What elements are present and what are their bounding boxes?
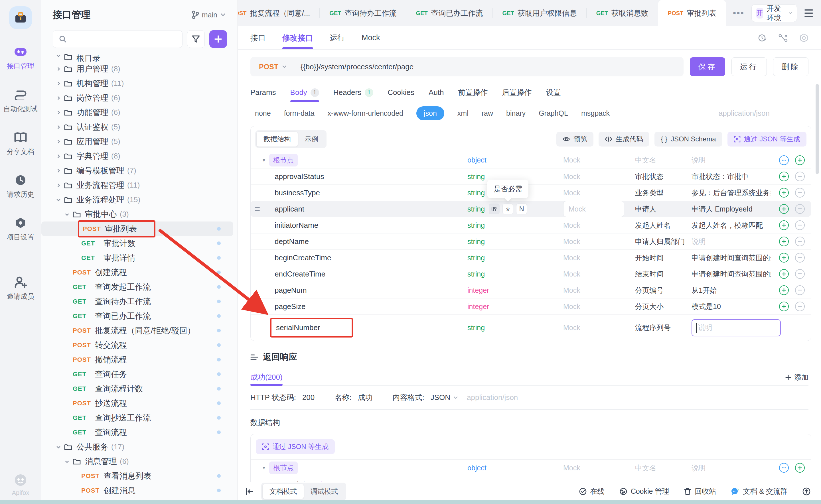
http-status-value[interactable]: 200 xyxy=(302,393,314,402)
field-type[interactable]: object xyxy=(468,156,487,164)
open-tab[interactable]: GET 查询待办工作流 xyxy=(320,0,406,26)
page-tab[interactable]: 接口 xyxy=(250,26,266,49)
field-cn-name[interactable]: 业务类型 xyxy=(635,189,664,197)
request-tab[interactable]: Cookies xyxy=(387,83,415,102)
mock-placeholder[interactable]: Mock xyxy=(563,270,580,278)
tree-row[interactable]: 认证鉴权 (5) xyxy=(41,120,233,134)
field-type[interactable]: string xyxy=(468,237,485,246)
url-input[interactable]: {{bo}}/system/process/center/page xyxy=(300,62,414,71)
cookie-manager-button[interactable]: Cookie 管理 xyxy=(619,487,669,496)
history-icon[interactable] xyxy=(758,33,767,42)
section-collapse-icon[interactable] xyxy=(250,354,258,361)
response-tab-success[interactable]: 成功(200) xyxy=(250,369,282,385)
environment-selector[interactable]: 开 开发环境 xyxy=(751,4,797,22)
field-type[interactable]: object xyxy=(468,464,487,472)
mock-input[interactable]: Mock xyxy=(563,201,624,217)
drag-handle[interactable] xyxy=(255,207,260,211)
field-description[interactable]: 参见：后台管理系统业务类 xyxy=(692,188,771,198)
mock-placeholder[interactable]: Mock xyxy=(563,156,635,164)
root-node-pill[interactable]: 根节点 xyxy=(269,462,298,474)
schema-field-row[interactable]: pageNum integer Mock 分页编号 从1开始 xyxy=(251,282,811,298)
add-field-icon[interactable] xyxy=(779,269,789,279)
mock-placeholder[interactable]: Mock xyxy=(563,302,580,310)
method-select[interactable]: POST xyxy=(259,63,278,71)
more-actions-icon[interactable] xyxy=(779,155,789,165)
online-status[interactable]: 在线 xyxy=(579,487,605,496)
request-tab[interactable]: 设置 xyxy=(546,83,561,102)
open-tab[interactable]: POST 批复流程（同意/... xyxy=(238,0,320,26)
more-tabs-button[interactable]: ••• xyxy=(726,0,751,26)
rail-item-invite[interactable]: 邀请成员 xyxy=(7,276,34,301)
field-name[interactable]: endCreateTime xyxy=(275,270,325,278)
tree-row[interactable]: POST 审批列表 xyxy=(41,221,233,236)
project-logo[interactable] xyxy=(9,6,32,29)
add-field-icon[interactable] xyxy=(795,155,805,165)
generate-from-json-button[interactable]: 通过 JSON 等生成 xyxy=(728,132,806,147)
menu-button[interactable] xyxy=(803,8,815,19)
description-input[interactable]: 说明 xyxy=(692,319,781,336)
collapse-sidebar-icon[interactable] xyxy=(245,487,254,495)
response-root-row[interactable]: ▾ 根节点 object Mock 中文名 说明 xyxy=(251,460,811,476)
request-tab[interactable]: 前置操作 xyxy=(458,83,488,102)
field-description[interactable]: 说明 xyxy=(692,237,706,246)
generate-code-button[interactable]: 生成代码 xyxy=(599,132,649,147)
add-field-icon[interactable] xyxy=(779,172,789,181)
field-description[interactable]: 申请创建时间查询范围的开 xyxy=(692,253,771,263)
json-schema-button[interactable]: { } JSON Schema xyxy=(655,132,722,147)
schema-field-row[interactable]: pageSize integer Mock 分页大小 模式是10 xyxy=(251,298,811,314)
tree-row[interactable]: 机构管理 (11) xyxy=(41,76,233,91)
rail-item-api-manage[interactable]: 接口管理 xyxy=(7,46,34,71)
field-cn-name[interactable]: 结束时间 xyxy=(635,270,664,278)
body-type-option[interactable]: form-data xyxy=(284,109,314,117)
schema-field-row[interactable]: approvalStatus string Mock 审批状态 审批状态：审批中 xyxy=(251,168,811,184)
field-cn-name[interactable]: 发起人姓名 xyxy=(635,221,671,229)
add-field-icon[interactable] xyxy=(795,463,805,473)
tree-root-folder[interactable]: 根目录 xyxy=(41,53,233,62)
desc-placeholder[interactable]: 说明 xyxy=(692,463,771,473)
page-tab[interactable]: Mock xyxy=(361,26,380,49)
mock-placeholder[interactable]: Mock xyxy=(563,254,580,262)
field-cn-name[interactable]: 流程序列号 xyxy=(635,324,671,332)
tab-example[interactable]: 示例 xyxy=(298,132,325,147)
recycle-bin-button[interactable]: 回收站 xyxy=(684,487,716,496)
tree-row[interactable]: 字典管理 (8) xyxy=(41,149,233,163)
save-button[interactable]: 保存 xyxy=(690,57,725,76)
cn-placeholder[interactable]: 中文名 xyxy=(635,463,692,473)
url-bar[interactable]: POST {{bo}}/system/process/center/page xyxy=(250,57,684,76)
cn-placeholder[interactable]: 中文名 xyxy=(635,155,692,165)
open-tab[interactable]: GET 获取用户权限信息 xyxy=(493,0,587,26)
content-format-select[interactable]: JSON xyxy=(431,393,458,402)
remove-field-icon[interactable] xyxy=(795,237,805,246)
open-tab[interactable]: GET 查询已办工作流 xyxy=(406,0,493,26)
field-description[interactable]: 从1开始 xyxy=(692,286,717,295)
collapse-triangle-icon[interactable]: ▾ xyxy=(263,157,265,163)
remove-field-icon[interactable] xyxy=(795,253,805,263)
tree-row[interactable]: GET 查询已办工作流 xyxy=(41,309,233,323)
remove-field-icon[interactable] xyxy=(795,172,805,181)
rail-item-history[interactable]: 请求历史 xyxy=(7,174,34,199)
binding-icon-button[interactable] xyxy=(489,204,500,214)
mock-placeholder[interactable]: Mock xyxy=(563,464,635,472)
tree-row[interactable]: 用户管理 (8) xyxy=(41,62,233,76)
tree-row[interactable]: POST 转交流程 xyxy=(41,338,233,352)
tree-row[interactable]: 公共服务 (17) xyxy=(41,440,233,454)
field-description[interactable]: 申请创建时间查询范围的结 xyxy=(692,269,771,279)
field-name[interactable]: businessType xyxy=(275,188,320,197)
doc-mode-tab[interactable]: 文档模式 xyxy=(263,484,304,499)
branch-selector[interactable]: main xyxy=(192,11,226,19)
tree-row[interactable]: POST 撤销流程 xyxy=(41,352,233,367)
field-name[interactable]: initiatorName xyxy=(275,221,318,229)
preview-button[interactable]: 预览 xyxy=(556,132,594,147)
tree-row[interactable]: 应用管理 (5) xyxy=(41,134,233,149)
remove-field-icon[interactable] xyxy=(795,220,805,230)
filter-button[interactable] xyxy=(187,30,205,48)
schema-field-row[interactable]: initiatorName string Mock 发起人姓名 发起人姓名，模糊… xyxy=(251,217,811,233)
schema-field-row[interactable]: deptName string Mock 申请人归属部门 说明 xyxy=(251,233,811,249)
tab-data-structure[interactable]: 数据结构 xyxy=(257,132,298,147)
upgrade-circle-icon[interactable] xyxy=(802,487,811,496)
remove-field-icon[interactable] xyxy=(795,204,805,214)
add-field-icon[interactable] xyxy=(779,188,789,198)
request-tab[interactable]: 后置操作 xyxy=(502,83,532,102)
field-cn-name[interactable]: 分页大小 xyxy=(635,302,664,310)
field-name[interactable]: approvalStatus xyxy=(275,172,324,181)
